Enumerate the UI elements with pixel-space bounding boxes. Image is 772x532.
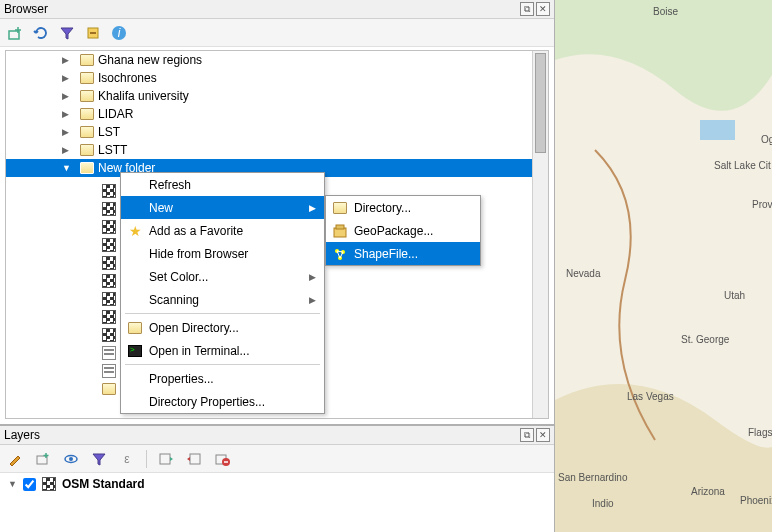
add-layer-icon[interactable]	[6, 24, 24, 42]
map-label: Ogden	[761, 134, 772, 145]
tree-item-label: Ghana new regions	[98, 53, 202, 67]
tree-item-label: LST	[98, 125, 120, 139]
map-label: Flagsta	[748, 427, 772, 438]
context-submenu-new: Directory...GeoPackage...ShapeFile...	[325, 195, 481, 266]
layer-item[interactable]: ▼ OSM Standard	[0, 473, 554, 495]
map-label: St. George	[681, 334, 729, 345]
chevron-right-icon[interactable]: ▶	[62, 91, 72, 101]
menu-item-label: Scanning	[149, 293, 199, 307]
add-group-icon[interactable]	[34, 450, 52, 468]
tree-item-khalifa-university[interactable]: ▶Khalifa university	[6, 87, 548, 105]
menu-item-label: Set Color...	[149, 270, 208, 284]
layers-toolbar: ε	[0, 445, 554, 473]
chevron-right-icon[interactable]: ▶	[62, 145, 72, 155]
menu-item-shapefile[interactable]: ShapeFile...	[326, 242, 480, 265]
folder-icon	[80, 144, 94, 156]
close-button[interactable]: ✕	[536, 428, 550, 442]
menu-item-label: Open Directory...	[149, 321, 239, 335]
folder-icon	[128, 322, 142, 334]
browser-title-bar: Browser ⧉ ✕	[0, 0, 554, 19]
folder-icon	[80, 162, 94, 174]
raster-icon	[102, 184, 116, 198]
menu-item-directory[interactable]: Directory...	[326, 196, 480, 219]
chevron-down-icon[interactable]: ▼	[62, 163, 72, 173]
chevron-right-icon[interactable]: ▶	[62, 55, 72, 65]
menu-item-scanning[interactable]: Scanning▶	[121, 288, 324, 311]
tree-item-isochrones[interactable]: ▶Isochrones	[6, 69, 548, 87]
raster-icon	[102, 292, 116, 306]
blank-icon	[127, 200, 143, 216]
menu-item-geopackage[interactable]: GeoPackage...	[326, 219, 480, 242]
undock-button[interactable]: ⧉	[520, 2, 534, 16]
menu-item-open-directory[interactable]: Open Directory...	[121, 316, 324, 339]
folder-icon	[80, 90, 94, 102]
menu-item-hide-from-browser[interactable]: Hide from Browser	[121, 242, 324, 265]
svg-point-6	[69, 457, 73, 461]
csv-icon	[102, 346, 116, 360]
separator	[125, 364, 320, 365]
map-label: San Bernardino	[558, 472, 628, 483]
remove-icon[interactable]	[213, 450, 231, 468]
map-canvas[interactable]: BoiseOgdenSalt Lake CitProvoNevadaUtahSt…	[555, 0, 772, 532]
tree-item-lidar[interactable]: ▶LIDAR	[6, 105, 548, 123]
geopackage-icon	[332, 223, 348, 239]
filter-icon[interactable]	[58, 24, 76, 42]
map-label: Phoenix	[740, 495, 772, 506]
map-label: Nevada	[566, 268, 600, 279]
separator	[146, 450, 147, 468]
tree-item-label: Isochrones	[98, 71, 157, 85]
collapse-icon[interactable]	[185, 450, 203, 468]
tree-item-label: Khalifa university	[98, 89, 189, 103]
tree-item-ghana-new-regions[interactable]: ▶Ghana new regions	[6, 51, 548, 69]
raster-icon	[102, 202, 116, 216]
menu-item-refresh[interactable]: Refresh	[121, 173, 324, 196]
star-icon: ★	[127, 223, 143, 239]
layer-checkbox[interactable]	[23, 478, 36, 491]
folder-icon	[80, 72, 94, 84]
collapse-icon[interactable]	[84, 24, 102, 42]
separator	[125, 313, 320, 314]
folder-icon	[80, 126, 94, 138]
browser-toolbar: i	[0, 19, 554, 47]
close-button[interactable]: ✕	[536, 2, 550, 16]
chevron-right-icon[interactable]: ▶	[62, 73, 72, 83]
chevron-down-icon[interactable]: ▼	[8, 479, 17, 489]
svg-text:ε: ε	[124, 452, 130, 466]
menu-item-label: Properties...	[149, 372, 214, 386]
svg-rect-8	[160, 454, 170, 464]
refresh-icon[interactable]	[32, 24, 50, 42]
style-icon[interactable]	[6, 450, 24, 468]
info-icon[interactable]: i	[110, 24, 128, 42]
map-label: Provo	[752, 199, 772, 210]
menu-item-new[interactable]: New▶	[121, 196, 324, 219]
menu-item-label: Hide from Browser	[149, 247, 248, 261]
menu-item-add-as-a-favorite[interactable]: ★Add as a Favorite	[121, 219, 324, 242]
folder-icon	[333, 202, 347, 214]
chevron-right-icon[interactable]: ▶	[62, 127, 72, 137]
visibility-icon[interactable]	[62, 450, 80, 468]
scrollbar[interactable]	[532, 51, 548, 418]
tree-item-lst[interactable]: ▶LST	[6, 123, 548, 141]
context-menu: RefreshNew▶★Add as a FavoriteHide from B…	[120, 172, 325, 414]
tree-item-label: LIDAR	[98, 107, 133, 121]
menu-item-directory-properties[interactable]: Directory Properties...	[121, 390, 324, 413]
submenu-arrow-icon: ▶	[309, 203, 316, 213]
raster-icon	[102, 238, 116, 252]
filter-icon[interactable]	[90, 450, 108, 468]
expression-icon[interactable]: ε	[118, 450, 136, 468]
scrollbar-thumb[interactable]	[535, 53, 546, 153]
menu-item-open-in-terminal[interactable]: Open in Terminal...	[121, 339, 324, 362]
menu-item-label: GeoPackage...	[354, 224, 433, 238]
raster-icon	[102, 310, 116, 324]
chevron-right-icon[interactable]: ▶	[62, 109, 72, 119]
blank-icon	[127, 292, 143, 308]
menu-item-set-color[interactable]: Set Color...▶	[121, 265, 324, 288]
undock-button[interactable]: ⧉	[520, 428, 534, 442]
menu-item-label: Add as a Favorite	[149, 224, 243, 238]
tree-item-lstt[interactable]: ▶LSTT	[6, 141, 548, 159]
menu-item-properties[interactable]: Properties...	[121, 367, 324, 390]
folder-icon	[102, 383, 116, 395]
blank-icon	[127, 394, 143, 410]
folder-icon	[80, 54, 94, 66]
expand-icon[interactable]	[157, 450, 175, 468]
